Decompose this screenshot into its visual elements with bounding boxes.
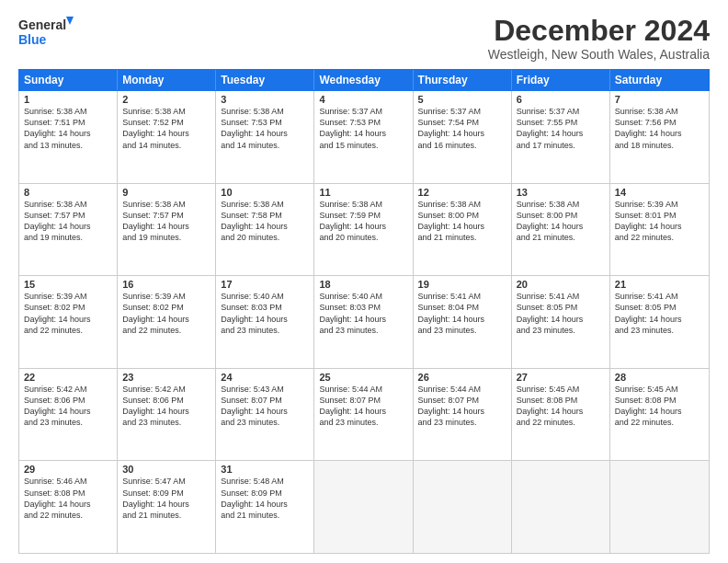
day-number: 29	[24, 464, 112, 475]
calendar-row-3: 22Sunrise: 5:42 AMSunset: 8:06 PMDayligh…	[19, 369, 709, 462]
cell-content: Sunrise: 5:40 AMSunset: 8:03 PMDaylight:…	[221, 291, 309, 336]
cell-content: Sunrise: 5:38 AMSunset: 8:00 PMDaylight:…	[517, 199, 605, 244]
calendar-cell	[610, 461, 709, 553]
day-number: 8	[24, 187, 112, 198]
day-number: 25	[319, 372, 407, 383]
day-number: 24	[221, 372, 309, 383]
calendar-row-0: 1Sunrise: 5:38 AMSunset: 7:51 PMDaylight…	[19, 91, 709, 184]
cell-content: Sunrise: 5:39 AMSunset: 8:02 PMDaylight:…	[122, 291, 210, 336]
calendar-cell	[414, 461, 512, 553]
day-number: 20	[517, 279, 605, 290]
calendar-row-1: 8Sunrise: 5:38 AMSunset: 7:57 PMDaylight…	[19, 184, 709, 277]
calendar-cell: 7Sunrise: 5:38 AMSunset: 7:56 PMDaylight…	[610, 91, 709, 183]
day-number: 23	[122, 372, 210, 383]
cell-content: Sunrise: 5:38 AMSunset: 7:51 PMDaylight:…	[24, 106, 112, 151]
day-number: 28	[615, 372, 704, 383]
cell-content: Sunrise: 5:38 AMSunset: 7:59 PMDaylight:…	[319, 199, 407, 244]
page: General Blue December 2024 Westleigh, Ne…	[0, 0, 728, 563]
calendar: Sunday Monday Tuesday Wednesday Thursday…	[18, 69, 710, 554]
header-monday: Monday	[118, 70, 216, 90]
calendar-cell: 13Sunrise: 5:38 AMSunset: 8:00 PMDayligh…	[512, 184, 610, 276]
calendar-cell	[512, 461, 610, 553]
day-number: 16	[122, 279, 210, 290]
day-number: 13	[517, 187, 605, 198]
calendar-cell: 6Sunrise: 5:37 AMSunset: 7:55 PMDaylight…	[512, 91, 610, 183]
header-saturday: Saturday	[610, 70, 709, 90]
day-number: 2	[122, 94, 210, 105]
cell-content: Sunrise: 5:38 AMSunset: 7:57 PMDaylight:…	[24, 199, 112, 244]
day-number: 27	[517, 372, 605, 383]
day-number: 9	[122, 187, 210, 198]
calendar-cell: 11Sunrise: 5:38 AMSunset: 7:59 PMDayligh…	[314, 184, 413, 276]
calendar-cell: 23Sunrise: 5:42 AMSunset: 8:06 PMDayligh…	[118, 369, 216, 461]
calendar-cell: 25Sunrise: 5:44 AMSunset: 8:07 PMDayligh…	[314, 369, 413, 461]
day-number: 17	[221, 279, 309, 290]
day-number: 26	[418, 372, 506, 383]
calendar-cell: 5Sunrise: 5:37 AMSunset: 7:54 PMDaylight…	[414, 91, 512, 183]
cell-content: Sunrise: 5:37 AMSunset: 7:54 PMDaylight:…	[418, 106, 506, 151]
calendar-cell: 20Sunrise: 5:41 AMSunset: 8:05 PMDayligh…	[512, 276, 610, 368]
calendar-cell: 19Sunrise: 5:41 AMSunset: 8:04 PMDayligh…	[414, 276, 512, 368]
title-block: December 2024 Westleigh, New South Wales…	[488, 15, 710, 62]
cell-content: Sunrise: 5:37 AMSunset: 7:53 PMDaylight:…	[319, 106, 407, 151]
day-number: 19	[418, 279, 506, 290]
calendar-row-4: 29Sunrise: 5:46 AMSunset: 8:08 PMDayligh…	[19, 461, 709, 553]
cell-content: Sunrise: 5:39 AMSunset: 8:01 PMDaylight:…	[615, 199, 704, 244]
subtitle: Westleigh, New South Wales, Australia	[488, 47, 710, 62]
calendar-cell: 10Sunrise: 5:38 AMSunset: 7:58 PMDayligh…	[216, 184, 314, 276]
svg-text:General: General	[18, 17, 66, 32]
cell-content: Sunrise: 5:40 AMSunset: 8:03 PMDaylight:…	[319, 291, 407, 336]
calendar-cell: 26Sunrise: 5:44 AMSunset: 8:07 PMDayligh…	[414, 369, 512, 461]
day-number: 21	[615, 279, 704, 290]
cell-content: Sunrise: 5:45 AMSunset: 8:08 PMDaylight:…	[517, 384, 605, 429]
day-number: 10	[221, 187, 309, 198]
calendar-cell: 17Sunrise: 5:40 AMSunset: 8:03 PMDayligh…	[216, 276, 314, 368]
day-number: 15	[24, 279, 112, 290]
header-friday: Friday	[512, 70, 610, 90]
header-tuesday: Tuesday	[216, 70, 314, 90]
day-number: 31	[221, 464, 309, 475]
calendar-body: 1Sunrise: 5:38 AMSunset: 7:51 PMDaylight…	[18, 91, 710, 554]
calendar-cell: 9Sunrise: 5:38 AMSunset: 7:57 PMDaylight…	[118, 184, 216, 276]
cell-content: Sunrise: 5:39 AMSunset: 8:02 PMDaylight:…	[24, 291, 112, 336]
day-number: 7	[615, 94, 704, 105]
calendar-cell: 3Sunrise: 5:38 AMSunset: 7:53 PMDaylight…	[216, 91, 314, 183]
cell-content: Sunrise: 5:48 AMSunset: 8:09 PMDaylight:…	[221, 476, 309, 521]
calendar-cell: 28Sunrise: 5:45 AMSunset: 8:08 PMDayligh…	[610, 369, 709, 461]
day-number: 11	[319, 187, 407, 198]
calendar-cell	[314, 461, 413, 553]
calendar-cell: 18Sunrise: 5:40 AMSunset: 8:03 PMDayligh…	[314, 276, 413, 368]
day-number: 14	[615, 187, 704, 198]
day-number: 4	[319, 94, 407, 105]
day-number: 12	[418, 187, 506, 198]
calendar-cell: 21Sunrise: 5:41 AMSunset: 8:05 PMDayligh…	[610, 276, 709, 368]
calendar-cell: 14Sunrise: 5:39 AMSunset: 8:01 PMDayligh…	[610, 184, 709, 276]
cell-content: Sunrise: 5:47 AMSunset: 8:09 PMDaylight:…	[122, 476, 210, 521]
svg-text:Blue: Blue	[18, 32, 47, 47]
header: General Blue December 2024 Westleigh, Ne…	[18, 15, 710, 62]
cell-content: Sunrise: 5:38 AMSunset: 8:00 PMDaylight:…	[418, 199, 506, 244]
day-number: 30	[122, 464, 210, 475]
cell-content: Sunrise: 5:41 AMSunset: 8:04 PMDaylight:…	[418, 291, 506, 336]
month-title: December 2024	[488, 15, 710, 47]
cell-content: Sunrise: 5:37 AMSunset: 7:55 PMDaylight:…	[517, 106, 605, 151]
cell-content: Sunrise: 5:38 AMSunset: 7:52 PMDaylight:…	[122, 106, 210, 151]
logo-svg: General Blue	[18, 15, 74, 48]
header-sunday: Sunday	[19, 70, 118, 90]
calendar-cell: 16Sunrise: 5:39 AMSunset: 8:02 PMDayligh…	[118, 276, 216, 368]
cell-content: Sunrise: 5:43 AMSunset: 8:07 PMDaylight:…	[221, 384, 309, 429]
calendar-cell: 31Sunrise: 5:48 AMSunset: 8:09 PMDayligh…	[216, 461, 314, 553]
calendar-cell: 1Sunrise: 5:38 AMSunset: 7:51 PMDaylight…	[19, 91, 118, 183]
cell-content: Sunrise: 5:38 AMSunset: 7:57 PMDaylight:…	[122, 199, 210, 244]
day-number: 18	[319, 279, 407, 290]
header-thursday: Thursday	[414, 70, 512, 90]
day-number: 3	[221, 94, 309, 105]
calendar-cell: 2Sunrise: 5:38 AMSunset: 7:52 PMDaylight…	[118, 91, 216, 183]
cell-content: Sunrise: 5:42 AMSunset: 8:06 PMDaylight:…	[122, 384, 210, 429]
cell-content: Sunrise: 5:41 AMSunset: 8:05 PMDaylight:…	[517, 291, 605, 336]
calendar-row-2: 15Sunrise: 5:39 AMSunset: 8:02 PMDayligh…	[19, 276, 709, 369]
day-number: 5	[418, 94, 506, 105]
day-number: 6	[517, 94, 605, 105]
cell-content: Sunrise: 5:41 AMSunset: 8:05 PMDaylight:…	[615, 291, 704, 336]
cell-content: Sunrise: 5:46 AMSunset: 8:08 PMDaylight:…	[24, 476, 112, 521]
